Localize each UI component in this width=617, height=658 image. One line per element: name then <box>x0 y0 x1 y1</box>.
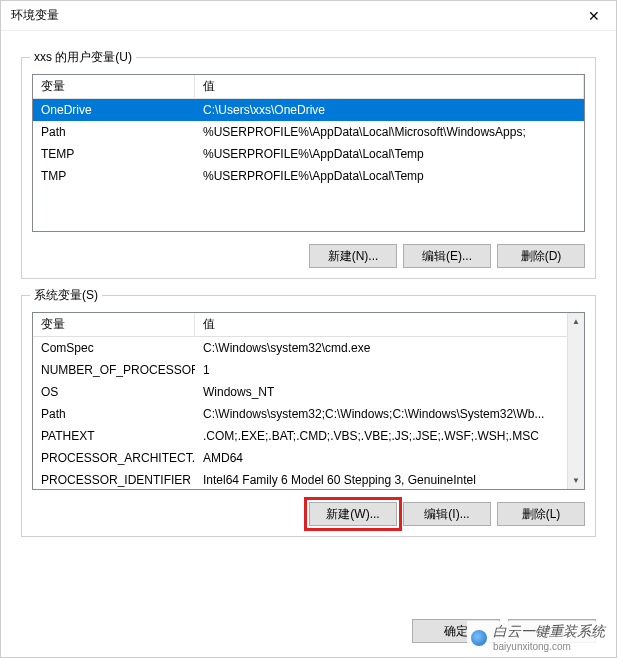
column-value[interactable]: 值 <box>195 312 584 337</box>
cell-value: C:\Windows\system32;C:\Windows;C:\Window… <box>195 405 584 423</box>
dialog-content: xxs 的用户变量(U) 变量 值 OneDriveC:\Users\xxs\O… <box>1 31 616 609</box>
user-vars-buttons: 新建(N)... 编辑(E)... 删除(D) <box>32 244 585 268</box>
close-button[interactable]: ✕ <box>571 1 616 31</box>
table-row[interactable]: PROCESSOR_ARCHITECT...AMD64 <box>33 447 584 469</box>
sys-vars-label: 系统变量(S) <box>30 287 102 304</box>
env-vars-dialog: 环境变量 ✕ xxs 的用户变量(U) 变量 值 OneDriveC:\User… <box>0 0 617 658</box>
cloud-icon <box>471 630 487 646</box>
user-vars-table[interactable]: 变量 值 OneDriveC:\Users\xxs\OneDrivePath%U… <box>32 74 585 232</box>
watermark-title: 白云一键重装系统 <box>493 623 605 639</box>
sys-vars-table[interactable]: 变量 值 ComSpecC:\Windows\system32\cmd.exeN… <box>32 312 585 490</box>
scroll-up-icon[interactable]: ▲ <box>568 313 584 330</box>
cell-name: Path <box>33 405 195 423</box>
table-row[interactable]: NUMBER_OF_PROCESSORS1 <box>33 359 584 381</box>
cell-name: PROCESSOR_IDENTIFIER <box>33 471 195 489</box>
cell-name: ComSpec <box>33 339 195 357</box>
cell-value: C:\Users\xxs\OneDrive <box>195 101 584 119</box>
window-title: 环境变量 <box>11 7 59 24</box>
cell-name: NUMBER_OF_PROCESSORS <box>33 361 195 379</box>
cell-name: OneDrive <box>33 101 195 119</box>
table-row[interactable]: OneDriveC:\Users\xxs\OneDrive <box>33 99 584 121</box>
user-vars-label: xxs 的用户变量(U) <box>30 49 136 66</box>
user-vars-group: xxs 的用户变量(U) 变量 值 OneDriveC:\Users\xxs\O… <box>21 57 596 279</box>
table-row[interactable]: PATHEXT.COM;.EXE;.BAT;.CMD;.VBS;.VBE;.JS… <box>33 425 584 447</box>
table-row[interactable]: TEMP%USERPROFILE%\AppData\Local\Temp <box>33 143 584 165</box>
sys-vars-body: ComSpecC:\Windows\system32\cmd.exeNUMBER… <box>33 337 584 489</box>
sys-delete-button[interactable]: 删除(L) <box>497 502 585 526</box>
cell-name: OS <box>33 383 195 401</box>
sys-vars-group: 系统变量(S) 变量 值 ComSpecC:\Windows\system32\… <box>21 295 596 537</box>
sys-vars-header: 变量 值 <box>33 313 584 337</box>
user-vars-header: 变量 值 <box>33 75 584 99</box>
cell-name: Path <box>33 123 195 141</box>
watermark: 白云一键重装系统 baiyunxitong.com <box>467 621 609 654</box>
table-row[interactable]: PROCESSOR_IDENTIFIERIntel64 Family 6 Mod… <box>33 469 584 489</box>
cell-value: %USERPROFILE%\AppData\Local\Temp <box>195 145 584 163</box>
table-row[interactable]: Path%USERPROFILE%\AppData\Local\Microsof… <box>33 121 584 143</box>
sys-new-button[interactable]: 新建(W)... <box>309 502 397 526</box>
cell-name: TMP <box>33 167 195 185</box>
table-row[interactable]: ComSpecC:\Windows\system32\cmd.exe <box>33 337 584 359</box>
sys-edit-button[interactable]: 编辑(I)... <box>403 502 491 526</box>
titlebar: 环境变量 ✕ <box>1 1 616 31</box>
table-row[interactable]: OSWindows_NT <box>33 381 584 403</box>
cell-name: TEMP <box>33 145 195 163</box>
column-value[interactable]: 值 <box>195 74 584 99</box>
table-row[interactable]: PathC:\Windows\system32;C:\Windows;C:\Wi… <box>33 403 584 425</box>
scrollbar[interactable]: ▲ ▼ <box>567 313 584 489</box>
cell-value: Intel64 Family 6 Model 60 Stepping 3, Ge… <box>195 471 584 489</box>
highlighted-wrapper: 新建(W)... <box>309 502 397 526</box>
column-name[interactable]: 变量 <box>33 74 195 99</box>
sys-vars-buttons: 新建(W)... 编辑(I)... 删除(L) <box>32 502 585 526</box>
cell-value: %USERPROFILE%\AppData\Local\Microsoft\Wi… <box>195 123 584 141</box>
cell-name: PATHEXT <box>33 427 195 445</box>
scroll-down-icon[interactable]: ▼ <box>568 472 584 489</box>
user-new-button[interactable]: 新建(N)... <box>309 244 397 268</box>
cell-name: PROCESSOR_ARCHITECT... <box>33 449 195 467</box>
cell-value: C:\Windows\system32\cmd.exe <box>195 339 584 357</box>
watermark-url: baiyunxitong.com <box>493 641 605 652</box>
cell-value: Windows_NT <box>195 383 584 401</box>
user-delete-button[interactable]: 删除(D) <box>497 244 585 268</box>
cell-value: AMD64 <box>195 449 584 467</box>
user-vars-body: OneDriveC:\Users\xxs\OneDrivePath%USERPR… <box>33 99 584 231</box>
table-row[interactable]: TMP%USERPROFILE%\AppData\Local\Temp <box>33 165 584 187</box>
cell-value: %USERPROFILE%\AppData\Local\Temp <box>195 167 584 185</box>
column-name[interactable]: 变量 <box>33 312 195 337</box>
scroll-track[interactable] <box>568 330 584 472</box>
cell-value: .COM;.EXE;.BAT;.CMD;.VBS;.VBE;.JS;.JSE;.… <box>195 427 584 445</box>
cell-value: 1 <box>195 361 584 379</box>
user-edit-button[interactable]: 编辑(E)... <box>403 244 491 268</box>
close-icon: ✕ <box>588 8 600 24</box>
